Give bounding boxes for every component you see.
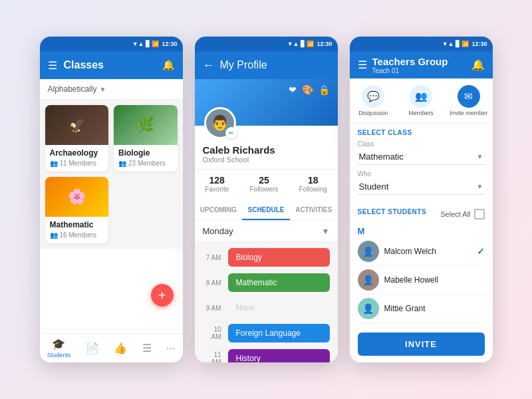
nav-list[interactable]: ☰ (137, 339, 157, 357)
fab-add[interactable]: + (151, 284, 174, 307)
bottom-nav: 🎓 Students 📄 👍 ☰ ··· (40, 333, 183, 362)
group-tabs: 💬 Disqussion 👥 Members ✉ Invite member (350, 78, 493, 124)
class-arrow: ▼ (477, 153, 483, 160)
tab-invite[interactable]: ✉ Invite member (445, 82, 493, 119)
classes-header: ☰ Classes 🔔 (40, 51, 183, 79)
schedule-7am: 7 AM Biology (203, 245, 330, 270)
class-img-math: 🌸 (45, 177, 109, 217)
block-mathematic[interactable]: Mathematic (228, 273, 330, 292)
menu-icon-3[interactable]: ☰ (358, 59, 367, 71)
time-9am: 9 AM (203, 305, 221, 312)
stat-following: 18 Following (299, 175, 327, 193)
class-field-select[interactable]: Mathematic ▼ (358, 149, 485, 165)
card-members-math: 👥 16 Members (50, 231, 104, 239)
who-field-select[interactable]: Student ▼ (358, 179, 485, 195)
name-mabelle: Mabelle Howell (384, 275, 485, 285)
bell-icon-1[interactable]: 🔔 (162, 59, 175, 71)
nav-like[interactable]: 👍 (108, 339, 132, 357)
heart-icon[interactable]: ❤ (289, 84, 297, 95)
docs-nav-icon: 📄 (86, 342, 99, 354)
profile-name: Caleb Richards (203, 144, 330, 156)
block-foreign[interactable]: Foreign Language (228, 324, 330, 342)
filter-dropdown[interactable]: Alphabetically ▼ (48, 84, 106, 94)
profile-tabs: UPCOMING SCHEDULE ACTIVITIES (195, 200, 338, 221)
filter-arrow: ▼ (100, 86, 106, 93)
student-mittie[interactable]: 👤 Mittie Grant (358, 295, 485, 323)
group-title-area: Teachers Group Teach 01 (372, 56, 466, 74)
select-all-checkbox[interactable] (474, 209, 485, 219)
student-mabelle[interactable]: 👤 Mabelle Howell (358, 266, 485, 295)
who-value: Student (359, 182, 389, 192)
stat-num-ing: 18 (299, 175, 327, 186)
block-history[interactable]: History (228, 349, 330, 362)
schedule-9am: 9 AM None (203, 295, 330, 321)
class-value: Mathematic (359, 152, 404, 162)
classes-grid: 🦅 Archaeology 👥 11 Members 🌿 Biologie 👥 … (40, 100, 183, 249)
stat-label-fav: Favorite (205, 186, 229, 193)
profile-title: My Profile (220, 59, 267, 71)
tab-upcoming[interactable]: UPCOMING (195, 200, 243, 220)
class-img-arch: 🦅 (45, 105, 109, 145)
members-icon: 👥 (410, 85, 432, 108)
nav-docs[interactable]: 📄 (80, 339, 104, 357)
tab-discussion[interactable]: 💬 Disqussion (350, 82, 398, 119)
card-name-bio: Biologie (118, 148, 173, 158)
status-icons-2: ▼▲ ▊ 📶 (287, 41, 315, 47)
more-nav-icon: ··· (166, 342, 175, 354)
card-name-arch: Archaeology (50, 148, 104, 158)
stat-followers: 25 Followers (250, 175, 279, 193)
block-none: None (228, 299, 330, 317)
card-members-bio: 👥 23 Members (118, 160, 173, 167)
name-mittie: Mittie Grant (384, 304, 485, 313)
schedule-11am: 11 AM History (203, 346, 330, 362)
group-sub: Teach 01 (372, 67, 466, 74)
time-1: 12:30 (162, 41, 177, 47)
card-info-bio: Biologie 👥 23 Members (114, 145, 178, 172)
student-malcom[interactable]: 👤 Malcom Welch ✓ (358, 237, 485, 266)
profile-school: Oxford School (203, 156, 330, 164)
class-card-math[interactable]: 🌸 Mathematic 👥 16 Members (45, 177, 109, 243)
nav-students[interactable]: 🎓 Students (42, 335, 76, 361)
check-malcom: ✓ (477, 246, 485, 257)
invite-icon: ✉ (458, 85, 480, 108)
back-arrow[interactable]: ← (203, 59, 215, 72)
invite-label: Invite member (450, 110, 487, 116)
status-bar-2: ▼▲ ▊ 📶 12:30 (195, 37, 338, 51)
stat-num-fol: 25 (250, 175, 279, 186)
block-biology[interactable]: Biology (228, 248, 330, 267)
day-arrow[interactable]: ▼ (322, 227, 330, 236)
classes-title: Classes (64, 59, 162, 71)
profile-user-info: Caleb Richards Oxford School (195, 144, 338, 169)
tab-activities[interactable]: ACTIVITIES (290, 200, 338, 220)
name-malcom: Malcom Welch (384, 247, 471, 256)
lock-icon[interactable]: 🔒 (319, 84, 330, 95)
time-3: 12:30 (471, 41, 487, 47)
time-2: 12:30 (317, 41, 332, 47)
discussion-label: Disqussion (358, 110, 388, 116)
students-nav-label: Students (47, 352, 71, 358)
who-field-group: Who Student ▼ (358, 170, 485, 195)
class-card-bio[interactable]: 🌿 Biologie 👥 23 Members (114, 105, 178, 172)
members-label: Members (408, 110, 434, 116)
class-img-bio: 🌿 (114, 105, 178, 145)
class-card-arch[interactable]: 🦅 Archaeology 👥 11 Members (45, 105, 109, 172)
like-nav-icon: 👍 (114, 342, 127, 354)
edit-pencil[interactable]: ✏ (225, 127, 237, 139)
time-11am: 11 AM (203, 351, 221, 362)
select-all-area[interactable]: Select All (440, 209, 484, 219)
filter-bar: Alphabetically ▼ (40, 79, 183, 100)
phone-classes: ▼▲ ▊ 📶 12:30 ☰ Classes 🔔 Alphabetically … (40, 37, 183, 362)
palette-icon[interactable]: 🎨 (302, 84, 313, 95)
nav-more[interactable]: ··· (161, 340, 180, 357)
menu-icon-1[interactable]: ☰ (48, 59, 57, 72)
tab-schedule[interactable]: SCHEDULE (242, 200, 290, 220)
profile-stats: 128 Favorite 25 Followers 18 Following (195, 169, 338, 200)
stat-num-fav: 128 (205, 175, 229, 186)
card-members-arch: 👥 11 Members (50, 160, 104, 167)
tab-members[interactable]: 👥 Members (397, 82, 445, 119)
bell-icon-3[interactable]: 🔔 (471, 59, 485, 71)
day-selector: Monday ▼ (195, 221, 338, 242)
invite-button[interactable]: INVITE (358, 332, 485, 356)
day-label: Monday (203, 226, 233, 236)
phone-teachers: ▼▲ ▊ 📶 12:30 ☰ Teachers Group Teach 01 🔔… (350, 37, 493, 362)
